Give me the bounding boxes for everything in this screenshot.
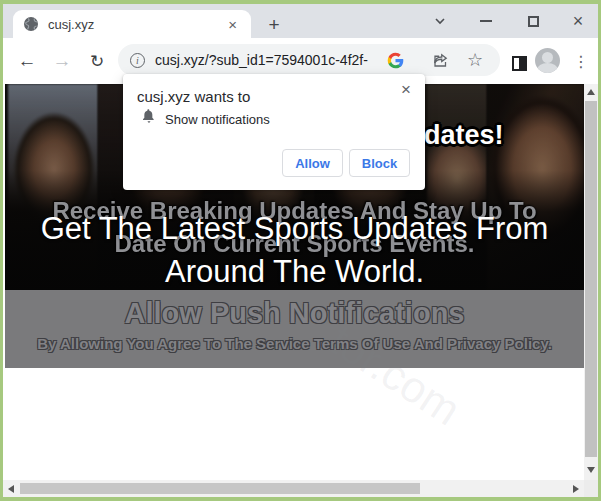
browser-window: cusj.xyz × + × ← → ↻ i cusj.xyz/?sub_id1… <box>0 0 601 501</box>
window-close-button[interactable]: × <box>563 6 593 36</box>
minimize-button[interactable] <box>471 6 501 36</box>
background-image-text: dates! <box>424 120 504 151</box>
horizontal-scroll-thumb[interactable] <box>20 483 420 494</box>
notification-permission-dialog: × cusj.xyz wants to Show notifications A… <box>123 74 425 190</box>
headline-line-2: Around The World. <box>5 254 584 290</box>
permission-request-text: Show notifications <box>165 112 270 127</box>
band-subtitle: By Allowing You Agree To The Service Ter… <box>5 335 584 352</box>
menu-dots-icon[interactable]: ⋮ <box>568 48 594 74</box>
share-icon[interactable] <box>428 47 454 73</box>
reload-button[interactable]: ↻ <box>83 47 111 75</box>
scrollbar-corner <box>584 480 598 497</box>
tab-strip: cusj.xyz × + × <box>3 4 598 38</box>
headline-line-1: Get The Latest Sports Updates From <box>5 211 584 247</box>
globe-favicon-icon <box>23 16 39 32</box>
bell-icon <box>141 108 157 128</box>
scroll-left-button[interactable] <box>5 480 17 497</box>
scroll-down-button[interactable] <box>584 464 598 476</box>
browser-tab[interactable]: cusj.xyz × <box>13 10 251 38</box>
dialog-close-icon[interactable]: × <box>397 78 415 102</box>
forward-button[interactable]: → <box>48 47 76 75</box>
new-tab-button[interactable]: + <box>261 12 287 38</box>
dialog-title: cusj.xyz wants to <box>137 88 250 105</box>
maximize-button[interactable] <box>518 6 548 36</box>
back-button[interactable]: ← <box>13 47 41 75</box>
band-title: Allow Push Notifications <box>5 297 584 330</box>
block-button[interactable]: Block <box>349 149 410 177</box>
horizontal-scrollbar[interactable] <box>3 480 584 497</box>
scroll-right-button[interactable] <box>570 480 582 497</box>
google-g-icon[interactable] <box>382 47 408 73</box>
site-info-icon[interactable]: i <box>130 53 145 68</box>
side-panel-icon[interactable] <box>506 50 532 76</box>
profile-avatar[interactable] <box>535 48 560 73</box>
vertical-scrollbar[interactable] <box>584 84 598 480</box>
vertical-scroll-thumb[interactable] <box>585 101 597 457</box>
google-g-glyph <box>387 52 404 69</box>
tab-close-icon[interactable]: × <box>224 15 241 34</box>
address-bar[interactable]: i cusj.xyz/?sub_id1=7594001c-4f2f- ☆ <box>118 44 500 76</box>
gray-band: Allow Push Notifications By Allowing You… <box>5 290 584 368</box>
url-text[interactable]: cusj.xyz/?sub_id1=7594001c-4f2f- <box>155 52 382 68</box>
tab-title: cusj.xyz <box>48 17 224 32</box>
window-chevron-icon[interactable] <box>425 6 455 36</box>
bookmark-star-icon[interactable]: ☆ <box>462 47 488 73</box>
allow-button[interactable]: Allow <box>282 149 343 177</box>
scroll-up-button[interactable] <box>584 86 598 98</box>
